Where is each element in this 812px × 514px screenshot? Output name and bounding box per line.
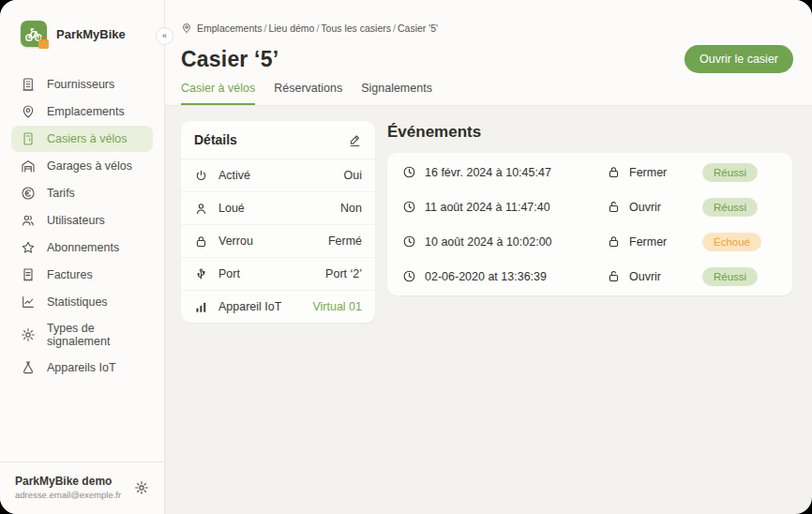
sidebar-item-label: Casiers à vélos <box>47 132 127 145</box>
account-email: adresse.email@exemple.fr <box>15 490 121 500</box>
sidebar-item-label: Factures <box>47 268 93 281</box>
stats-icon <box>21 295 36 310</box>
sidebar-item-appareils-iot[interactable]: Appareils IoT <box>11 355 153 381</box>
event-time: 02-06-2020 at 13:36:39 <box>402 269 607 283</box>
event-timestamp: 16 févr. 2024 à 10:45:47 <box>425 166 551 179</box>
sidebar-item-fournisseurs[interactable]: Fournisseurs <box>11 71 153 98</box>
event-action: Fermer <box>607 165 702 179</box>
usb-port-icon <box>194 267 208 281</box>
tab-casier-a-velos[interactable]: Casier à vélos <box>181 82 255 105</box>
sidebar-item-casiers-a-velos[interactable]: Casiers à vélos <box>11 126 153 152</box>
tab-reservations[interactable]: Réservations <box>274 82 342 105</box>
person-icon <box>194 202 208 216</box>
iot-device-icon <box>21 360 36 375</box>
status-badge: Réussi <box>702 163 758 182</box>
details-header: Détails <box>181 121 375 159</box>
account-name: ParkMyBike demo <box>15 475 121 488</box>
event-row: 02-06-2020 at 13:36:39OuvrirRéussi <box>387 259 792 294</box>
sidebar-item-label: Types de signalement <box>47 322 143 348</box>
event-action-label: Fermer <box>629 166 667 179</box>
clock-icon <box>402 269 416 283</box>
breadcrumb-items: Emplacements/Lieu démo/Tous les casiers/… <box>197 23 438 34</box>
detail-label: Loué <box>218 202 245 215</box>
sidebar-item-label: Statistiques <box>47 295 108 309</box>
detail-row-active: ActivéOui <box>181 159 375 192</box>
status-badge: Échoué <box>702 233 761 251</box>
event-row: 10 août 2024 à 10:02:00FermerÉchoué <box>387 224 792 259</box>
detail-row-port: PortPort ‘2’ <box>181 258 375 291</box>
event-row: 16 févr. 2024 à 10:45:47FermerRéussi <box>387 155 792 189</box>
event-action-label: Ouvrir <box>629 201 661 214</box>
building-icon <box>21 77 36 92</box>
lock-badge-icon <box>38 39 49 49</box>
detail-value: Fermé <box>328 234 362 248</box>
tab-signalements[interactable]: Signalements <box>361 82 432 105</box>
sidebar-collapse-button[interactable]: « <box>156 27 173 45</box>
breadcrumb-item[interactable]: Tous les casiers <box>321 23 391 34</box>
status-badge: Réussi <box>702 267 758 286</box>
event-time: 11 août 2024 à 11:47:40 <box>402 200 607 214</box>
detail-row-loue: LouéNon <box>181 192 375 225</box>
breadcrumb-item[interactable]: Casier '5' <box>398 23 438 34</box>
map-pin-icon <box>181 23 192 34</box>
sidebar-item-tarifs[interactable]: Tarifs <box>11 180 153 206</box>
event-timestamp: 02-06-2020 at 13:36:39 <box>425 270 547 283</box>
sidebar-nav: FournisseursEmplacementsCasiers à vélosG… <box>0 60 164 461</box>
users-icon <box>21 213 36 228</box>
sidebar-item-emplacements[interactable]: Emplacements <box>11 98 153 125</box>
title-row: Casier ‘5’ Ouvrir le casier <box>181 45 793 73</box>
event-timestamp: 10 août 2024 à 10:02:00 <box>425 235 552 249</box>
star-icon <box>21 240 36 255</box>
status-badge: Réussi <box>702 198 758 217</box>
detail-value[interactable]: Virtual 01 <box>312 300 362 313</box>
app-logo-icon <box>21 21 47 47</box>
clock-icon <box>402 165 416 179</box>
sidebar-item-label: Appareils IoT <box>47 361 116 374</box>
locker-icon <box>21 131 36 146</box>
gear-icon <box>21 327 36 342</box>
main-area: Emplacements/Lieu démo/Tous les casiers/… <box>165 0 812 514</box>
edit-icon[interactable] <box>348 133 362 147</box>
sidebar-item-types-de-signalement[interactable]: Types de signalement <box>11 316 153 354</box>
clock-icon <box>402 200 416 214</box>
sidebar-item-label: Utilisateurs <box>47 214 105 227</box>
details-card: Détails ActivéOuiLouéNonVerrouFerméPortP… <box>181 121 375 323</box>
sidebar-item-label: Emplacements <box>47 105 125 118</box>
detail-label: Port <box>218 267 240 280</box>
event-action: Fermer <box>607 234 702 249</box>
sidebar-item-utilisateurs[interactable]: Utilisateurs <box>11 207 153 234</box>
clock-icon <box>402 234 416 249</box>
account-info: ParkMyBike demo adresse.email@exemple.fr <box>15 475 121 500</box>
detail-value: Non <box>340 202 362 215</box>
sidebar-item-factures[interactable]: Factures <box>11 262 153 288</box>
sidebar-footer: ParkMyBike demo adresse.email@exemple.fr <box>0 461 164 514</box>
details-rows: ActivéOuiLouéNonVerrouFerméPortPort ‘2’A… <box>181 159 375 323</box>
breadcrumb-item[interactable]: Lieu démo <box>268 23 314 34</box>
event-action-label: Fermer <box>629 235 667 249</box>
invoice-icon <box>21 267 36 282</box>
detail-label: Activé <box>218 169 250 182</box>
sidebar-item-label: Abonnements <box>47 241 119 254</box>
open-locker-button[interactable]: Ouvrir le casier <box>684 45 793 73</box>
breadcrumb-separator: / <box>263 23 266 34</box>
lock-closed-icon <box>607 165 621 179</box>
detail-row-verrou: VerrouFermé <box>181 225 375 258</box>
detail-value: Oui <box>344 169 362 182</box>
tab-bar: Casier à vélosRéservationsSignalements <box>181 82 793 105</box>
detail-label: Appareil IoT <box>218 300 281 313</box>
sidebar-item-abonnements[interactable]: Abonnements <box>11 234 153 261</box>
breadcrumb-item[interactable]: Emplacements <box>197 23 262 34</box>
sidebar-item-label: Fournisseurs <box>47 78 114 91</box>
brand: ParkMyBike <box>0 0 164 60</box>
event-time: 16 févr. 2024 à 10:45:47 <box>402 165 607 179</box>
event-row: 11 août 2024 à 11:47:40OuvrirRéussi <box>387 189 792 224</box>
events-section: Événements 16 févr. 2024 à 10:45:47Ferme… <box>387 121 792 295</box>
lock-open-icon <box>607 200 621 214</box>
sidebar-item-label: Tarifs <box>47 187 75 200</box>
signal-bars-icon <box>194 300 208 314</box>
sidebar-item-statistiques[interactable]: Statistiques <box>11 289 153 315</box>
settings-gear-icon[interactable] <box>134 480 149 495</box>
power-icon <box>194 169 208 183</box>
lock-closed-icon <box>194 234 208 249</box>
sidebar-item-garages-a-velos[interactable]: Garages à vélos <box>11 153 153 179</box>
